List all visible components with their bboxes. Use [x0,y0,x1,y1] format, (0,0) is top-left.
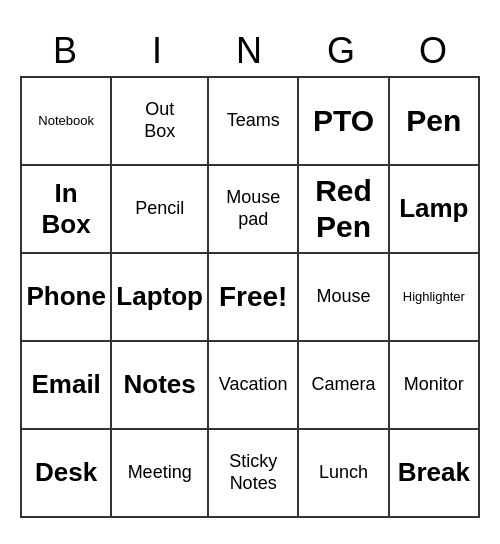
cell-r1-c1: Pencil [112,166,209,254]
cell-r0-c0: Notebook [22,78,112,166]
cell-r0-c1: OutBox [112,78,209,166]
cell-r3-c1: Notes [112,342,209,430]
cell-r1-c3: RedPen [299,166,389,254]
cell-r0-c3: PTO [299,78,389,166]
cell-r3-c2: Vacation [209,342,299,430]
cell-r2-c1: Laptop [112,254,209,342]
cell-r2-c0: Phone [22,254,112,342]
header-letter: O [388,26,480,76]
header-letter: N [204,26,296,76]
header-letter: I [112,26,204,76]
cell-r2-c2: Free! [209,254,299,342]
cell-r4-c3: Lunch [299,430,389,518]
bingo-header: BINGO [20,26,480,76]
cell-r1-c0: InBox [22,166,112,254]
cell-r4-c1: Meeting [112,430,209,518]
cell-r1-c4: Lamp [390,166,480,254]
header-letter: G [296,26,388,76]
cell-r0-c2: Teams [209,78,299,166]
cell-r0-c4: Pen [390,78,480,166]
cell-r3-c0: Email [22,342,112,430]
bingo-grid: NotebookOutBoxTeamsPTOPenInBoxPencilMous… [20,76,480,518]
cell-r1-c2: Mousepad [209,166,299,254]
bingo-card: BINGO NotebookOutBoxTeamsPTOPenInBoxPenc… [20,26,480,518]
header-letter: B [20,26,112,76]
cell-r3-c3: Camera [299,342,389,430]
cell-r2-c3: Mouse [299,254,389,342]
cell-r4-c0: Desk [22,430,112,518]
cell-r4-c4: Break [390,430,480,518]
cell-r2-c4: Highlighter [390,254,480,342]
cell-r4-c2: StickyNotes [209,430,299,518]
cell-r3-c4: Monitor [390,342,480,430]
